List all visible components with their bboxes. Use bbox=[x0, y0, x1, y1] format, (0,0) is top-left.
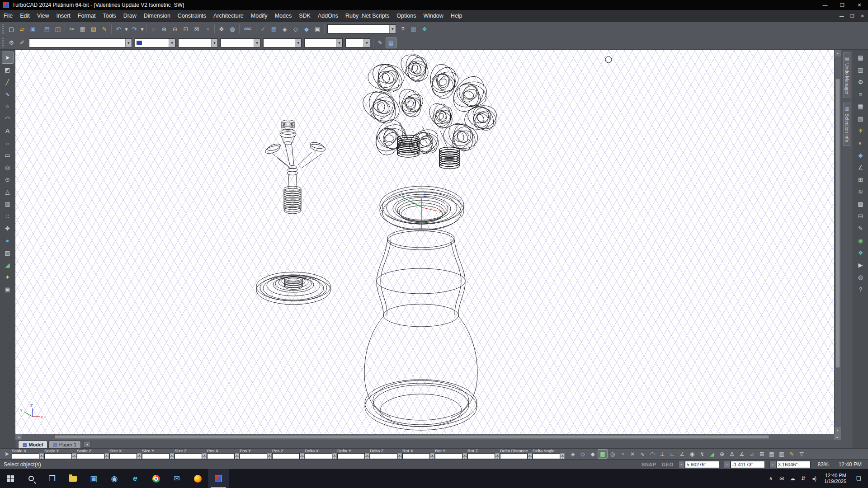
coord-relative-icon[interactable]: Δ bbox=[727, 449, 737, 459]
field-spinner[interactable]: ▴▾ bbox=[495, 453, 500, 459]
field-spinner[interactable]: ▴▾ bbox=[430, 453, 434, 459]
select-lasso-icon[interactable]: ◌ bbox=[148, 23, 159, 34]
print-style-icon[interactable]: ▤ bbox=[386, 38, 396, 48]
dimension-tool-icon[interactable]: ↔ bbox=[2, 137, 14, 149]
angle-lock-icon[interactable]: ⊿ bbox=[747, 449, 757, 459]
photos-app-icon[interactable]: ◉ bbox=[104, 469, 125, 488]
field-input-delta-distance[interactable] bbox=[500, 453, 528, 459]
settings-gear-icon[interactable]: ⚙ bbox=[6, 38, 17, 48]
snap-quadrant-icon[interactable]: ◔ bbox=[618, 449, 627, 459]
menu-view[interactable]: View bbox=[33, 10, 53, 22]
field-input-scale-z[interactable] bbox=[77, 453, 104, 459]
open-folder-icon[interactable]: ▱ bbox=[17, 23, 28, 34]
file-explorer-icon[interactable] bbox=[62, 469, 83, 488]
layer-combo[interactable]: ▾ bbox=[29, 38, 132, 47]
field-spinner[interactable]: ▴▾ bbox=[397, 453, 402, 459]
toolbar-grip[interactable] bbox=[2, 38, 4, 47]
menu-help[interactable]: Help bbox=[447, 10, 466, 22]
ortho-mode-icon[interactable]: ∟ bbox=[667, 449, 677, 459]
field-spinner[interactable]: ▴▾ bbox=[528, 453, 532, 459]
render-manager-panel-icon[interactable]: ◆ bbox=[855, 149, 867, 161]
measure-panel-icon[interactable]: ∠ bbox=[855, 161, 867, 174]
aerial-view-icon[interactable]: ◍ bbox=[227, 23, 238, 34]
arc-tool-icon[interactable]: ◠ bbox=[2, 113, 14, 125]
new-file-icon[interactable]: ▢ bbox=[6, 23, 17, 34]
notes-panel-icon[interactable]: ✎ bbox=[855, 222, 867, 235]
scroll-right-icon[interactable]: ▸ bbox=[834, 434, 841, 440]
coord-x-input[interactable] bbox=[685, 461, 719, 468]
coord-polar-icon[interactable]: ∡ bbox=[737, 449, 747, 459]
mesh-tool-icon[interactable]: ▦ bbox=[2, 198, 14, 210]
menu-addons[interactable]: AddOns bbox=[314, 10, 342, 22]
paste-icon[interactable]: ▧ bbox=[88, 23, 99, 34]
spinner-up-icon[interactable]: ▴ bbox=[560, 453, 565, 457]
spinner-up-icon[interactable]: ▴ bbox=[462, 453, 467, 457]
field-spinner[interactable]: ▴▾ bbox=[170, 453, 174, 459]
search-icon[interactable] bbox=[21, 469, 42, 488]
palette-tab-selection-info[interactable]: ▥Selection Info bbox=[843, 103, 851, 146]
field-input-delta-y[interactable] bbox=[337, 453, 365, 459]
horizontal-scrollbar[interactable]: ◂ ▸ bbox=[15, 434, 841, 440]
materials-panel-icon[interactable]: ◐ bbox=[855, 137, 867, 149]
stamp-panel-icon[interactable]: ◉ bbox=[855, 235, 867, 247]
minimize-button[interactable]: — bbox=[816, 0, 834, 10]
context-help-icon[interactable]: ? bbox=[397, 23, 408, 34]
field-spinner[interactable]: ▴▾ bbox=[137, 453, 142, 459]
mail-notification-icon[interactable]: ✉ bbox=[776, 469, 787, 488]
coord-z-input[interactable] bbox=[776, 461, 811, 468]
menu-options[interactable]: Options bbox=[393, 10, 420, 22]
sheet-tab-paper-1[interactable]: ▤Paper 1 bbox=[48, 441, 81, 448]
selector-mode-icon[interactable]: ◈ bbox=[568, 449, 578, 459]
linestyle-combo[interactable]: ▾ bbox=[178, 38, 218, 47]
field-input-pos-x[interactable] bbox=[207, 453, 235, 459]
spinner-up-icon[interactable]: ▴ bbox=[137, 453, 142, 457]
chrome-browser-icon[interactable] bbox=[146, 469, 166, 488]
move-tool-icon[interactable]: ✥ bbox=[2, 222, 14, 235]
menu-file[interactable]: File bbox=[0, 10, 16, 22]
pattern-combo[interactable]: ▾ bbox=[304, 38, 343, 47]
library-panel-icon[interactable]: ▧ bbox=[855, 113, 867, 125]
snap-midpoint-icon[interactable]: ◆ bbox=[588, 449, 598, 459]
spinner-up-icon[interactable]: ▴ bbox=[397, 453, 402, 457]
snap-vertex-icon[interactable]: ◇ bbox=[578, 449, 588, 459]
redo-icon[interactable]: ↷ bbox=[129, 23, 140, 34]
blocks-panel-icon[interactable]: ▦ bbox=[855, 100, 867, 113]
render-scene-icon[interactable]: ❖ bbox=[419, 23, 430, 34]
scroll-down-icon[interactable]: ▾ bbox=[835, 427, 841, 434]
onedrive-icon[interactable]: ☁ bbox=[787, 469, 798, 488]
menu-window[interactable]: Window bbox=[420, 10, 447, 22]
field-input-rot-z[interactable] bbox=[467, 453, 495, 459]
magnetic-point-icon[interactable]: ◉ bbox=[687, 449, 697, 459]
field-input-delta-x[interactable] bbox=[305, 453, 332, 459]
properties-panel-icon[interactable]: ⚙ bbox=[855, 76, 867, 88]
field-spinner[interactable]: ▴▾ bbox=[267, 453, 272, 459]
field-input-size-y[interactable] bbox=[142, 453, 170, 459]
dropdown-arrow-icon[interactable]: ▾ bbox=[389, 25, 396, 33]
horizontal-scroll-track[interactable] bbox=[22, 434, 834, 440]
scroll-up-icon[interactable]: ▴ bbox=[835, 50, 841, 56]
spinner-up-icon[interactable]: ▴ bbox=[430, 453, 434, 457]
dropdown-arrow-icon[interactable]: ▾ bbox=[363, 39, 370, 47]
mdi-minimize-button[interactable]: — bbox=[840, 14, 844, 19]
hatch-combo[interactable]: ▾ bbox=[345, 38, 370, 47]
app-icon[interactable] bbox=[3, 2, 9, 8]
coord-z-lock-icon[interactable]: ▪ bbox=[769, 461, 776, 468]
circle-tool-icon[interactable]: ○ bbox=[2, 100, 14, 113]
action-center-icon[interactable]: ❏ bbox=[851, 469, 866, 488]
menu-edit[interactable]: Edit bbox=[16, 10, 33, 22]
text-tool-icon[interactable]: A bbox=[2, 125, 14, 137]
field-input-scale-x[interactable] bbox=[12, 453, 39, 459]
save-icon[interactable]: ▣ bbox=[28, 23, 38, 34]
settings-app-icon[interactable]: ▣ bbox=[83, 469, 104, 488]
property-pen-icon[interactable]: ✐ bbox=[17, 38, 28, 48]
spinner-up-icon[interactable]: ▴ bbox=[365, 453, 369, 457]
field-spinner[interactable]: ▴▾ bbox=[235, 453, 239, 459]
sheet-tab-model[interactable]: ▤Model bbox=[18, 441, 47, 448]
drawing-canvas[interactable]: XYZYZx bbox=[15, 50, 834, 434]
spinner-up-icon[interactable]: ▴ bbox=[170, 453, 174, 457]
dropdown-arrow-icon[interactable]: ▾ bbox=[169, 39, 175, 47]
spinner-up-icon[interactable]: ▴ bbox=[267, 453, 272, 457]
snap-check-icon[interactable]: ✓ bbox=[258, 23, 269, 34]
snap-grid-icon[interactable]: ▦ bbox=[598, 449, 608, 459]
field-spinner[interactable]: ▴▾ bbox=[365, 453, 369, 459]
